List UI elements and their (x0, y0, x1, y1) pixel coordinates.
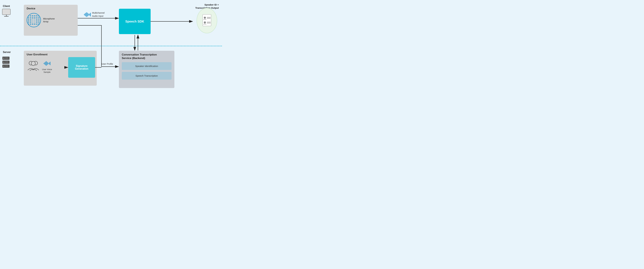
mic-array: MicrophoneArray (27, 13, 75, 27)
svg-point-7 (3, 58, 4, 59)
svg-point-20 (204, 22, 206, 24)
user-profile-label: User Profile (102, 63, 113, 65)
zone-divider (0, 46, 222, 46)
speech-sdk-title: Speech SDK (126, 20, 144, 23)
voice-sample-label: User VoiceSample (42, 68, 52, 74)
server-icon (2, 56, 10, 69)
device-box: Device MicrophoneArray (24, 5, 78, 36)
doc-icon (201, 14, 212, 27)
voice-waveform-icon (44, 61, 50, 66)
sig-gen-box: SignatureGeneration (68, 57, 95, 78)
mic-label: MicrophoneArray (43, 17, 55, 23)
diagram: Client Server Device (0, 0, 222, 92)
sig-gen-title: SignatureGeneration (74, 64, 90, 70)
voice-sample-area (44, 61, 50, 66)
output-box (196, 8, 217, 33)
enrollment-box-title: User Enrollment (27, 53, 94, 56)
waveform-icon (84, 12, 91, 17)
speech-transcription-box: Speech Transcription (122, 72, 172, 80)
speaker-id-box: Speaker Identification (122, 62, 172, 70)
client-icon (2, 9, 11, 18)
speech-sdk-box: Speech SDK (119, 9, 150, 34)
cts-box: Conversation TranscriptionService (Backe… (119, 51, 174, 88)
multichannel-area: MultichannelAudio Input (84, 12, 105, 18)
server-label: Server (3, 51, 11, 54)
svg-point-8 (3, 62, 4, 63)
svg-rect-1 (2, 9, 10, 14)
cts-box-title: Conversation TranscriptionService (Backe… (122, 53, 172, 60)
client-label: Client (3, 5, 10, 8)
svg-point-25 (31, 62, 35, 66)
mic-circle (27, 13, 41, 27)
device-box-title: Device (27, 7, 75, 10)
multichannel-label: MultichannelAudio Input (92, 12, 105, 18)
people-icon-area (27, 60, 41, 74)
svg-point-17 (204, 17, 206, 19)
svg-point-9 (3, 66, 4, 66)
